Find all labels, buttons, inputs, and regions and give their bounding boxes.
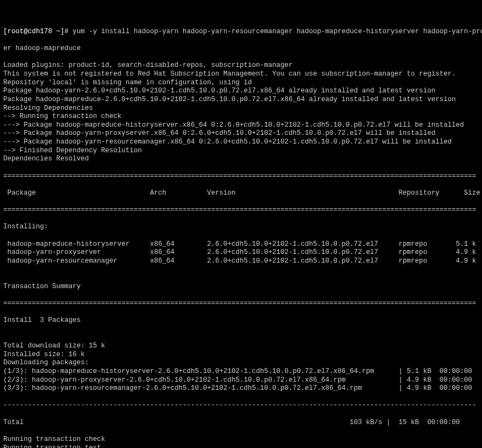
output-line: (2/3): hadoop-yarn-proxyserver-2.6.0+cdh…	[3, 376, 479, 385]
output-pre: Loaded plugins: product-id, search-disab…	[3, 61, 479, 164]
output-line: Running transaction test	[3, 444, 479, 449]
package-rows: hadoop-mapreduce-historyserver x86_64 2.…	[3, 240, 479, 266]
output-line: Package hadoop-mapreduce-2.6.0+cdh5.10.0…	[3, 96, 479, 104]
command-line[interactable]: [root@cdh178 ~]# yum -y install hadoop-y…	[3, 28, 479, 36]
command-text: yum -y install hadoop-yarn hadoop-yarn-r…	[73, 28, 482, 35]
output-line: --> Finished Dependency Resolution	[3, 147, 479, 155]
output-line: Dependencies Resolved	[3, 155, 479, 164]
command-wrap: er hadoop-mapreduce	[3, 45, 479, 53]
output-line: (3/3): hadoop-yarn-resourcemanager-2.6.0…	[3, 384, 479, 393]
output-line: hadoop-mapreduce-historyserver x86_64 2.…	[3, 240, 479, 249]
output-line: Total download size: 15 k	[3, 342, 479, 351]
divider-eq-summary: ========================================…	[3, 300, 479, 308]
output-line: ---> Package hadoop-yarn-proxyserver.x86…	[3, 129, 479, 138]
transaction-lines: Running transaction checkRunning transac…	[3, 435, 479, 448]
output-line: (1/3): hadoop-mapreduce-historyserver-2.…	[3, 368, 479, 376]
installing-label: Installing:	[3, 223, 479, 232]
output-line: hadoop-yarn-resourcemanager x86_64 2.6.0…	[3, 257, 479, 266]
output-line: hadoop-yarn-proxyserver x86_64 2.6.0+cdh…	[3, 248, 479, 257]
divider-dash: ----------------------------------------…	[3, 401, 479, 410]
output-line: Running transaction check	[3, 435, 479, 444]
output-line: Resolving Dependencies	[3, 104, 479, 113]
tx-summary-label: Transaction Summary	[3, 283, 479, 291]
output-line: Loaded plugins: product-id, search-disab…	[3, 61, 479, 70]
divider-eq-bottom: ========================================…	[3, 206, 479, 215]
output-line: Downloading packages:	[3, 359, 479, 368]
download-lines: Total download size: 15 kInstalled size:…	[3, 342, 479, 393]
output-line: Repository 'local' is missing name in co…	[3, 79, 479, 88]
install-count: Install 3 Packages	[3, 316, 479, 325]
divider-eq-top: ========================================…	[3, 172, 479, 181]
prompt-user: [root@cdh178 ~]#	[3, 28, 68, 35]
table-header: Package Arch Version Repository Size	[3, 189, 479, 198]
output-line: Installed size: 16 k	[3, 351, 479, 359]
output-line: Package hadoop-yarn-2.6.0+cdh5.10.0+2102…	[3, 87, 479, 96]
output-line: ---> Package hadoop-mapreduce-historyser…	[3, 121, 479, 130]
total-line: Total 103 kB/s | 15 kB 00:00:00	[3, 419, 479, 427]
output-line: This system is not registered to Red Hat…	[3, 70, 479, 79]
output-line: --> Running transaction check	[3, 113, 479, 121]
output-line: ---> Package hadoop-yarn-resourcemanager…	[3, 138, 479, 147]
